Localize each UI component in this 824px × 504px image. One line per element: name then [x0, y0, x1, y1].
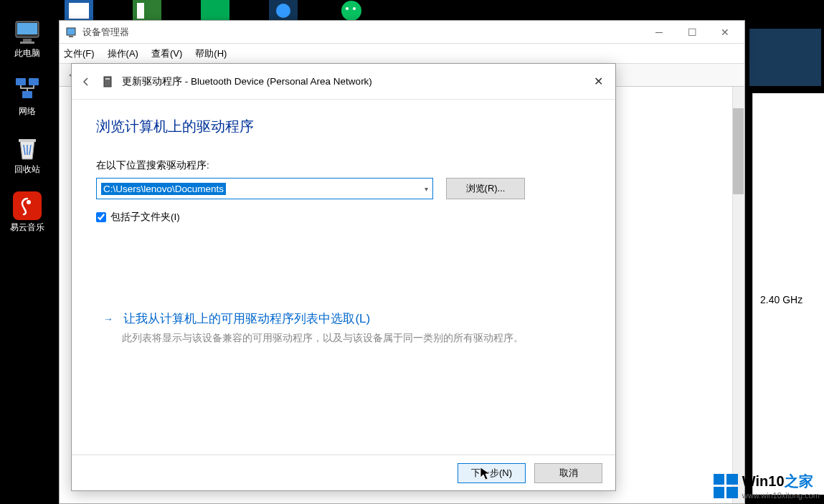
include-subfolders-checkbox[interactable]: 包括子文件夹(I) — [96, 211, 591, 224]
svg-point-9 — [353, 7, 356, 10]
background-art — [749, 29, 821, 86]
wizard-header: 更新驱动程序 - Bluetooth Device (Personal Area… — [72, 64, 615, 100]
svg-point-6 — [276, 4, 290, 18]
wizard-close-button[interactable]: ✕ — [584, 68, 612, 94]
search-location-label: 在以下位置搜索驱动程序: — [96, 159, 591, 172]
desktop-icon-recycle-bin[interactable]: 回收站 — [6, 133, 49, 176]
driver-path-combobox[interactable]: C:\Users\lenovo\Documents ▾ — [96, 178, 433, 199]
maximize-button[interactable]: ☐ — [676, 22, 709, 43]
svg-rect-16 — [22, 91, 32, 98]
titlebar[interactable]: 设备管理器 ─ ☐ ✕ — [60, 21, 744, 44]
pick-from-list-option[interactable]: → 让我从计算机上的可用驱动程序列表中选取(L) 此列表将显示与该设备兼容的可用… — [96, 303, 591, 346]
watermark-logo: Win10之家 www.win10xitong.com — [714, 472, 820, 500]
svg-rect-21 — [69, 36, 73, 37]
cpu-frequency: 2.40 GHz — [760, 294, 817, 305]
wizard-body: 浏览计算机上的驱动程序 在以下位置搜索驱动程序: C:\Users\lenovo… — [72, 100, 615, 363]
wizard-footer: 下一步(N) 取消 — [72, 455, 615, 490]
svg-rect-11 — [17, 23, 37, 34]
browse-button[interactable]: 浏览(R)... — [446, 178, 525, 199]
menu-action[interactable]: 操作(A) — [108, 47, 138, 60]
svg-point-19 — [27, 200, 31, 204]
pick-from-list-description: 此列表将显示与该设备兼容的可用驱动程序，以及与该设备属于同一类别的所有驱动程序。 — [122, 331, 538, 346]
svg-rect-1 — [69, 3, 89, 19]
menubar: 文件(F) 操作(A) 查看(V) 帮助(H) — [60, 44, 744, 64]
desktop-app-icon[interactable] — [269, 0, 298, 22]
cancel-button[interactable]: 取消 — [534, 463, 602, 483]
svg-rect-12 — [23, 39, 32, 42]
desktop-app-icon[interactable] — [133, 0, 161, 22]
include-subfolders-input[interactable] — [96, 212, 106, 222]
svg-point-7 — [341, 1, 361, 21]
update-driver-wizard: 更新驱动程序 - Bluetooth Device (Personal Area… — [71, 63, 616, 491]
scrollbar-thumb[interactable] — [733, 108, 744, 194]
menu-view[interactable]: 查看(V) — [151, 47, 182, 60]
svg-rect-14 — [16, 78, 26, 85]
device-icon — [102, 75, 115, 88]
arrow-left-icon — [80, 76, 92, 87]
svg-point-8 — [346, 7, 349, 10]
network-icon — [13, 75, 42, 104]
close-button[interactable]: ✕ — [709, 22, 742, 43]
scrollbar-vertical[interactable] — [732, 87, 744, 503]
svg-rect-4 — [201, 0, 229, 22]
svg-rect-15 — [29, 78, 39, 85]
desktop-icon-label: 回收站 — [14, 163, 40, 176]
desktop-app-icon[interactable] — [337, 0, 366, 22]
window-title: 设备管理器 — [82, 26, 643, 39]
wizard-heading: 浏览计算机上的驱动程序 — [96, 117, 591, 136]
menu-help[interactable]: 帮助(H) — [195, 47, 227, 60]
chevron-down-icon: ▾ — [425, 185, 428, 193]
svg-rect-3 — [137, 3, 144, 19]
device-manager-icon — [65, 27, 77, 38]
system-info-panel: 2.40 GHz — [752, 93, 824, 495]
wizard-back-button[interactable] — [79, 75, 93, 89]
desktop-icon-network[interactable]: 网络 — [6, 75, 49, 118]
next-button[interactable]: 下一步(N) — [458, 463, 526, 483]
desktop-top-row — [65, 0, 366, 22]
svg-rect-13 — [20, 42, 34, 44]
watermark: Win10之家 www.win10xitong.com — [714, 472, 820, 500]
computer-icon — [13, 17, 42, 46]
pick-from-list-title[interactable]: 让我从计算机上的可用驱动程序列表中选取(L) — [123, 312, 370, 325]
watermark-title: Win10之家 — [742, 472, 820, 491]
desktop-icon-label: 易云音乐 — [10, 222, 44, 234]
music-app-icon — [13, 191, 42, 220]
desktop-app-icon[interactable] — [65, 0, 93, 22]
desktop-icons-column: 此电脑 网络 回收站 易云音乐 — [0, 0, 55, 234]
svg-rect-20 — [67, 28, 75, 35]
desktop-icon-netease-music[interactable]: 易云音乐 — [6, 191, 49, 234]
desktop-app-icon[interactable] — [201, 0, 229, 22]
svg-rect-44 — [105, 78, 110, 80]
desktop-icon-this-pc[interactable]: 此电脑 — [6, 17, 49, 60]
minimize-button[interactable]: ─ — [643, 22, 676, 43]
watermark-url: www.win10xitong.com — [742, 491, 820, 500]
svg-rect-17 — [19, 139, 36, 142]
recycle-bin-icon — [13, 133, 42, 162]
windows-logo-icon — [714, 474, 738, 498]
wizard-title: 更新驱动程序 - Bluetooth Device (Personal Area… — [122, 75, 608, 88]
include-subfolders-label: 包括子文件夹(I) — [110, 211, 180, 224]
menu-file[interactable]: 文件(F) — [64, 47, 95, 60]
driver-path-value: C:\Users\lenovo\Documents — [101, 183, 226, 195]
desktop-icon-label: 此电脑 — [14, 47, 40, 60]
arrow-right-icon: → — [103, 313, 113, 325]
svg-rect-18 — [13, 191, 42, 220]
desktop-icon-label: 网络 — [19, 105, 36, 118]
